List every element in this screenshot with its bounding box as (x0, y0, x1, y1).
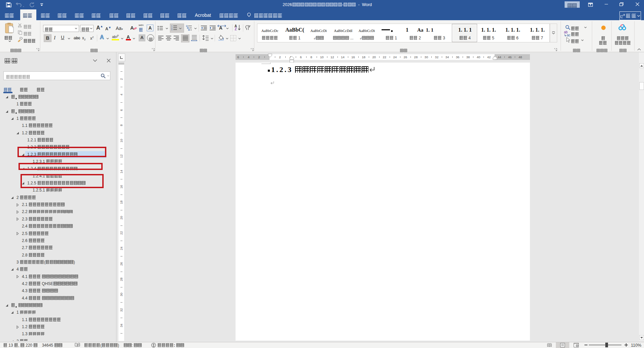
svg-text:3: 3 (171, 29, 172, 30)
